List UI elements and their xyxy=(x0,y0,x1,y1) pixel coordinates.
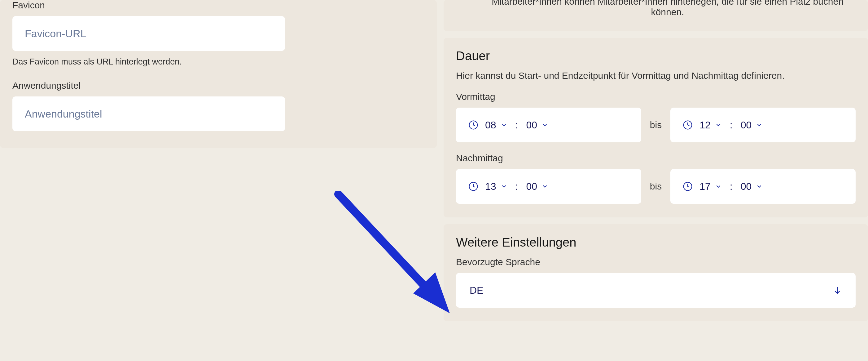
morning-end-min-select[interactable]: 00 xyxy=(741,119,763,131)
morning-end-time-picker[interactable]: 12 : 00 xyxy=(670,108,856,142)
afternoon-start-time-picker[interactable]: 13 : 00 xyxy=(456,169,641,204)
favicon-helper-text: Das Favicon muss als URL hinterlegt werd… xyxy=(12,57,425,67)
morning-end-min-value: 00 xyxy=(741,119,752,131)
delegation-note-panel: Mitarbeiter*innen können Mitarbeiter*inn… xyxy=(443,0,868,31)
chevron-down-icon xyxy=(541,183,548,190)
afternoon-start-hour-select[interactable]: 13 xyxy=(485,181,507,192)
morning-start-time-picker[interactable]: 08 : 00 xyxy=(456,108,641,142)
clock-icon xyxy=(468,120,478,130)
until-label: bis xyxy=(650,120,662,130)
favicon-url-input[interactable] xyxy=(12,16,285,51)
arrow-down-icon xyxy=(833,286,842,295)
preferred-language-label: Bevorzugte Sprache xyxy=(456,257,856,267)
afternoon-end-min-select[interactable]: 00 xyxy=(741,181,763,192)
chevron-down-icon xyxy=(715,121,722,129)
app-title-label: Anwendungstitel xyxy=(12,80,425,91)
morning-start-hour-value: 08 xyxy=(485,119,496,131)
afternoon-end-hour-select[interactable]: 17 xyxy=(700,181,722,192)
afternoon-time-row: 13 : 00 bis 17 xyxy=(456,169,856,204)
afternoon-start-min-value: 00 xyxy=(526,181,537,192)
duration-desc: Hier kannst du Start- und Endzeitpunkt f… xyxy=(456,71,856,81)
time-colon: : xyxy=(728,119,734,131)
chevron-down-icon xyxy=(756,121,763,129)
morning-end-hour-select[interactable]: 12 xyxy=(700,119,722,131)
afternoon-label: Nachmittag xyxy=(456,153,856,163)
chevron-down-icon xyxy=(715,183,722,190)
clock-icon xyxy=(683,120,693,130)
morning-time-row: 08 : 00 bis 12 xyxy=(456,108,856,142)
morning-start-min-select[interactable]: 00 xyxy=(526,119,548,131)
chevron-down-icon xyxy=(756,183,763,190)
morning-end-hour-value: 12 xyxy=(700,119,711,131)
preferred-language-select[interactable]: DE xyxy=(456,273,856,308)
time-colon: : xyxy=(514,181,520,192)
clock-icon xyxy=(683,182,693,191)
preferred-language-value: DE xyxy=(470,285,483,296)
delegation-note-text: Mitarbeiter*innen können Mitarbeiter*inn… xyxy=(456,0,856,17)
duration-panel: Dauer Hier kannst du Start- und Endzeitp… xyxy=(443,38,868,217)
clock-icon xyxy=(468,182,478,191)
morning-start-hour-select[interactable]: 08 xyxy=(485,119,507,131)
favicon-settings-panel: Favicon Das Favicon muss als URL hinterl… xyxy=(0,0,437,148)
time-colon: : xyxy=(728,181,734,192)
afternoon-end-time-picker[interactable]: 17 : 00 xyxy=(670,169,856,204)
further-settings-panel: Weitere Einstellungen Bevorzugte Sprache… xyxy=(443,224,868,321)
until-label: bis xyxy=(650,181,662,192)
afternoon-start-hour-value: 13 xyxy=(485,181,496,192)
favicon-label: Favicon xyxy=(12,0,425,10)
afternoon-end-min-value: 00 xyxy=(741,181,752,192)
chevron-down-icon xyxy=(541,121,548,129)
chevron-down-icon xyxy=(501,121,507,129)
afternoon-start-min-select[interactable]: 00 xyxy=(526,181,548,192)
morning-start-min-value: 00 xyxy=(526,119,537,131)
chevron-down-icon xyxy=(501,183,507,190)
time-colon: : xyxy=(514,119,520,131)
further-settings-title: Weitere Einstellungen xyxy=(456,235,856,249)
morning-label: Vormittag xyxy=(456,91,856,102)
app-title-input[interactable] xyxy=(12,96,285,131)
afternoon-end-hour-value: 17 xyxy=(700,181,711,192)
duration-title: Dauer xyxy=(456,49,856,63)
